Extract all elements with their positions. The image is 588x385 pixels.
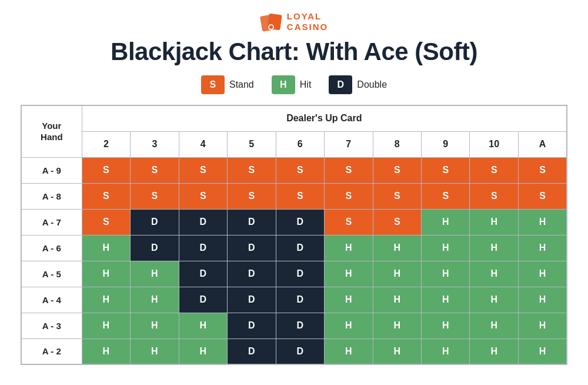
cell-r7-c8: H bbox=[470, 338, 518, 364]
cell-r5-c5: H bbox=[325, 287, 373, 313]
cell-r2-c6: S bbox=[373, 209, 421, 235]
legend: S Stand H Hit D Double bbox=[201, 75, 387, 94]
table-row: A - 7SDDDDSSHHH bbox=[21, 209, 567, 235]
cell-r4-c1: H bbox=[131, 261, 179, 287]
cell-r0-c6: S bbox=[373, 157, 421, 183]
cell-r5-c0: H bbox=[82, 287, 130, 313]
col-header-6: 6 bbox=[276, 131, 324, 157]
logo-text: LOYAL CASINO bbox=[287, 11, 328, 32]
cell-r7-c7: H bbox=[422, 338, 470, 364]
cell-r2-c1: D bbox=[131, 209, 179, 235]
row-label-A---9: A - 9 bbox=[21, 157, 82, 183]
row-label-A---7: A - 7 bbox=[21, 209, 82, 235]
table-header-row-2: 2345678910A bbox=[21, 131, 567, 157]
table-row: A - 9SSSSSSSSSS bbox=[21, 157, 567, 183]
cell-r4-c3: D bbox=[228, 261, 276, 287]
cell-r2-c3: D bbox=[228, 209, 276, 235]
table-row: A - 8SSSSSSSSSS bbox=[21, 183, 567, 209]
cell-r2-c5: S bbox=[325, 209, 373, 235]
col-header-8: 8 bbox=[373, 131, 421, 157]
cell-r3-c3: D bbox=[228, 235, 276, 261]
cell-r6-c0: H bbox=[82, 313, 130, 338]
legend-double: D Double bbox=[329, 75, 387, 94]
col-header-5: 5 bbox=[228, 131, 276, 157]
row-label-A---6: A - 6 bbox=[21, 235, 82, 261]
cell-r6-c3: D bbox=[228, 313, 276, 338]
cell-r1-c0: S bbox=[82, 183, 130, 209]
cell-r0-c2: S bbox=[179, 157, 227, 183]
table-row: A - 3HHHDDHHHHH bbox=[21, 313, 567, 338]
cell-r3-c7: H bbox=[422, 235, 470, 261]
cell-r2-c2: D bbox=[179, 209, 227, 235]
cell-r1-c8: S bbox=[470, 183, 518, 209]
row-label-A---3: A - 3 bbox=[21, 313, 82, 338]
cell-r2-c8: H bbox=[470, 209, 518, 235]
cell-r3-c4: D bbox=[276, 235, 324, 261]
col-header-4: 4 bbox=[179, 131, 227, 157]
cell-r4-c9: H bbox=[518, 261, 567, 287]
cell-r0-c4: S bbox=[276, 157, 324, 183]
cell-r6-c2: H bbox=[179, 313, 227, 338]
cell-r3-c9: H bbox=[518, 235, 567, 261]
cell-r5-c6: H bbox=[373, 287, 421, 313]
legend-stand-box: S bbox=[201, 75, 225, 94]
cell-r4-c5: H bbox=[325, 261, 373, 287]
cell-r5-c8: H bbox=[470, 287, 518, 313]
table-header-row-1: YourHand Dealer's Up Card bbox=[21, 105, 567, 131]
cell-r2-c7: H bbox=[422, 209, 470, 235]
row-label-A---4: A - 4 bbox=[21, 287, 82, 313]
cell-r4-c2: D bbox=[179, 261, 227, 287]
cell-r4-c6: H bbox=[373, 261, 421, 287]
cell-r2-c9: H bbox=[518, 209, 567, 235]
table-row: A - 2HHHDDHHHHH bbox=[21, 338, 567, 364]
cell-r5-c9: H bbox=[518, 287, 567, 313]
cell-r1-c3: S bbox=[228, 183, 276, 209]
cell-r1-c2: S bbox=[179, 183, 227, 209]
cell-r3-c1: D bbox=[131, 235, 179, 261]
chart-body: A - 9SSSSSSSSSSA - 8SSSSSSSSSSA - 7SDDDD… bbox=[21, 157, 567, 364]
cell-r5-c3: D bbox=[228, 287, 276, 313]
legend-hit-label: Hit bbox=[300, 79, 312, 90]
cell-r0-c7: S bbox=[422, 157, 470, 183]
cell-r3-c2: D bbox=[179, 235, 227, 261]
legend-hit: H Hit bbox=[272, 75, 312, 94]
cell-r4-c7: H bbox=[422, 261, 470, 287]
cell-r3-c8: H bbox=[470, 235, 518, 261]
cell-r1-c9: S bbox=[518, 183, 567, 209]
cell-r1-c1: S bbox=[131, 183, 179, 209]
col-header-9: 9 bbox=[422, 131, 470, 157]
col-header-7: 7 bbox=[325, 131, 373, 157]
cell-r7-c9: H bbox=[518, 338, 567, 364]
cell-r5-c7: H bbox=[422, 287, 470, 313]
row-label-A---8: A - 8 bbox=[21, 183, 82, 209]
cell-r0-c1: S bbox=[131, 157, 179, 183]
cell-r0-c3: S bbox=[228, 157, 276, 183]
cell-r5-c2: D bbox=[179, 287, 227, 313]
row-label-A---5: A - 5 bbox=[21, 261, 82, 287]
col-header-2: 2 bbox=[82, 131, 130, 157]
cell-r5-c1: H bbox=[131, 287, 179, 313]
cell-r0-c8: S bbox=[470, 157, 518, 183]
cell-r3-c0: H bbox=[82, 235, 130, 261]
logo-icon bbox=[260, 11, 282, 33]
cell-r0-c5: S bbox=[325, 157, 373, 183]
cell-r6-c8: H bbox=[470, 313, 518, 338]
dealers-up-card-header: Dealer's Up Card bbox=[82, 105, 567, 131]
cell-r7-c4: D bbox=[276, 338, 324, 364]
logo-area: LOYAL CASINO bbox=[260, 11, 328, 33]
cell-r7-c2: H bbox=[179, 338, 227, 364]
cell-r0-c0: S bbox=[82, 157, 130, 183]
table-row: A - 5HHDDDHHHHH bbox=[21, 261, 567, 287]
legend-stand: S Stand bbox=[201, 75, 254, 94]
cell-r4-c0: H bbox=[82, 261, 130, 287]
your-hand-header: YourHand bbox=[21, 105, 82, 157]
cell-r5-c4: D bbox=[276, 287, 324, 313]
cell-r6-c6: H bbox=[373, 313, 421, 338]
cell-r4-c8: H bbox=[470, 261, 518, 287]
table-row: A - 4HHDDDHHHHH bbox=[21, 287, 567, 313]
cell-r2-c4: D bbox=[276, 209, 324, 235]
cell-r6-c5: H bbox=[325, 313, 373, 338]
cell-r1-c6: S bbox=[373, 183, 421, 209]
row-label-A---2: A - 2 bbox=[21, 338, 82, 364]
cell-r1-c7: S bbox=[422, 183, 470, 209]
